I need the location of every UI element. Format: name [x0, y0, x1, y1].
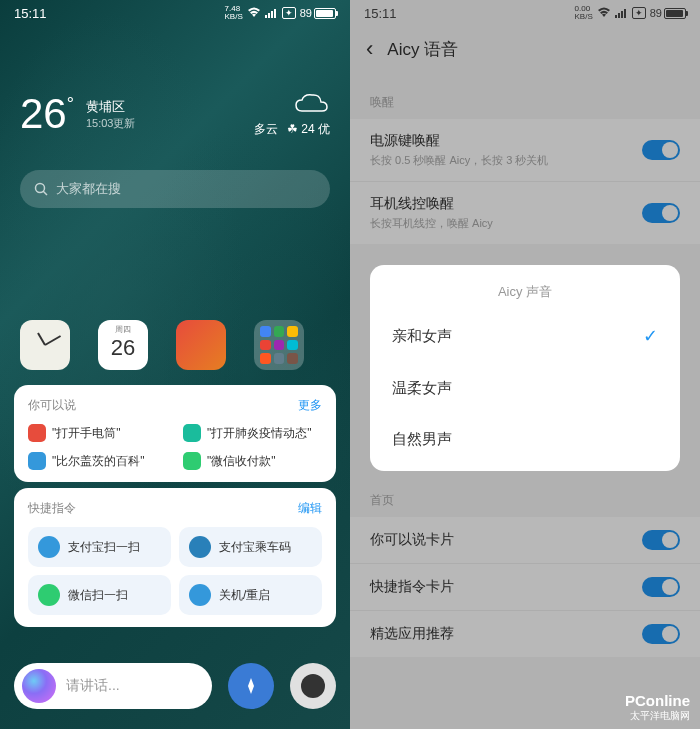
signal-icon: [265, 7, 278, 20]
check-icon: ✓: [643, 325, 658, 347]
svg-rect-8: [621, 11, 623, 18]
color-app-icon[interactable]: [176, 320, 226, 370]
shortcut-icon: [38, 536, 60, 558]
suggestion-icon: [28, 424, 46, 442]
shortcuts-card: 快捷指令 编辑 支付宝扫一扫支付宝乘车码微信扫一扫关机/重启: [14, 488, 336, 627]
battery-icon: [664, 8, 686, 19]
compass-icon: [240, 675, 262, 697]
phone-right: 15:11 0.00 KB/S ✦ 89 ‹ Aicy 语音 唤醒 电源: [350, 0, 700, 729]
suggestion-item[interactable]: "打开肺炎疫情动态": [183, 424, 322, 442]
voice-option-label: 温柔女声: [392, 379, 452, 398]
battery-indicator: 89: [650, 7, 686, 19]
temperature: 26°: [20, 90, 74, 138]
shortcuts-title: 快捷指令: [28, 500, 76, 517]
shortcut-icon: [189, 536, 211, 558]
wifi-icon: [597, 7, 611, 20]
status-right: 7.48 KB/S ✦ 89: [225, 5, 336, 21]
svg-rect-2: [271, 11, 273, 18]
shortcut-text: 微信扫一扫: [68, 587, 128, 604]
suggestion-text: "比尔盖茨的百科": [52, 453, 145, 470]
svg-point-4: [36, 184, 45, 193]
voice-placeholder: 请讲话...: [66, 677, 120, 695]
clock-app-icon[interactable]: [20, 320, 70, 370]
modal-title: Aicy 声音: [370, 283, 680, 301]
suggestion-text: "打开手电筒": [52, 425, 121, 442]
shortcut-item[interactable]: 关机/重启: [179, 575, 322, 615]
voice-selection-modal: Aicy 声音 亲和女声✓温柔女声自然男声: [370, 265, 680, 471]
shortcut-text: 关机/重启: [219, 587, 270, 604]
svg-rect-3: [274, 9, 276, 18]
svg-rect-0: [265, 15, 267, 18]
apps-row: 周四 26: [20, 320, 330, 370]
status-bar-right: 15:11 0.00 KB/S ✦ 89: [350, 0, 700, 26]
calendar-weekday: 周四: [115, 324, 131, 335]
svg-rect-6: [615, 15, 617, 18]
bottom-bar: 请讲话...: [14, 663, 336, 709]
weather-condition: 多云: [254, 122, 278, 136]
calendar-app-icon[interactable]: 周四 26: [98, 320, 148, 370]
shortcut-item[interactable]: 支付宝乘车码: [179, 527, 322, 567]
suggestion-icon: [183, 452, 201, 470]
suggestion-item[interactable]: "打开手电筒": [28, 424, 167, 442]
watermark-sub: 太平洋电脑网: [625, 709, 690, 723]
voice-option[interactable]: 温柔女声: [370, 363, 680, 414]
battery-percent: 89: [650, 7, 662, 19]
shortcut-text: 支付宝扫一扫: [68, 539, 140, 556]
svg-rect-1: [268, 13, 270, 18]
battery-icon: [314, 8, 336, 19]
signal-icon: [615, 7, 628, 20]
svg-rect-7: [618, 13, 620, 18]
shortcut-item[interactable]: 支付宝扫一扫: [28, 527, 171, 567]
voice-input-pill[interactable]: 请讲话...: [14, 663, 212, 709]
search-placeholder: 大家都在搜: [56, 180, 121, 198]
voice-option-label: 自然男声: [392, 430, 452, 449]
network-speed: 0.00 KB/S: [575, 5, 593, 21]
shortcuts-edit-link[interactable]: 编辑: [298, 500, 322, 517]
battery-percent: 89: [300, 7, 312, 19]
aicy-orb-icon: [22, 669, 56, 703]
shortcut-icon: [189, 584, 211, 606]
svg-rect-9: [624, 9, 626, 18]
suggestion-text: "微信收付款": [207, 453, 276, 470]
weather-widget[interactable]: 26° 黄埔区 15:03更新 多云 ☘ 24 优: [20, 90, 330, 138]
suggestion-text: "打开肺炎疫情动态": [207, 425, 312, 442]
camera-button[interactable]: [290, 663, 336, 709]
suggestion-item[interactable]: "微信收付款": [183, 452, 322, 470]
folder-icon[interactable]: [254, 320, 304, 370]
battery-indicator: 89: [300, 7, 336, 19]
suggestion-icon: [28, 452, 46, 470]
suggestions-more-link[interactable]: 更多: [298, 397, 322, 414]
suggestion-icon: [183, 424, 201, 442]
hd-icon: ✦: [282, 7, 296, 19]
suggestions-card: 你可以说 更多 "打开手电筒""打开肺炎疫情动态""比尔盖茨的百科""微信收付款…: [14, 385, 336, 482]
shortcut-icon: [38, 584, 60, 606]
watermark-main: PConline: [625, 692, 690, 709]
watermark: PConline 太平洋电脑网: [625, 692, 690, 723]
svg-line-5: [44, 192, 48, 196]
suggestion-item[interactable]: "比尔盖茨的百科": [28, 452, 167, 470]
search-bar[interactable]: 大家都在搜: [20, 170, 330, 208]
network-speed: 7.48 KB/S: [225, 5, 243, 21]
compass-button[interactable]: [228, 663, 274, 709]
weather-aqi: ☘ 24 优: [287, 122, 330, 136]
suggestions-title: 你可以说: [28, 397, 76, 414]
wifi-icon: [247, 7, 261, 20]
shortcut-text: 支付宝乘车码: [219, 539, 291, 556]
status-time: 15:11: [14, 6, 47, 21]
search-icon: [34, 182, 48, 196]
voice-option[interactable]: 亲和女声✓: [370, 309, 680, 363]
status-right: 0.00 KB/S ✦ 89: [575, 5, 686, 21]
status-bar-left: 15:11 7.48 KB/S ✦ 89: [0, 0, 350, 26]
weather-updated: 15:03更新: [86, 116, 136, 131]
voice-option-label: 亲和女声: [392, 327, 452, 346]
weather-location: 黄埔区: [86, 98, 136, 116]
voice-option[interactable]: 自然男声: [370, 414, 680, 465]
shortcut-item[interactable]: 微信扫一扫: [28, 575, 171, 615]
cloud-icon: [292, 91, 330, 117]
hd-icon: ✦: [632, 7, 646, 19]
phone-left: 15:11 7.48 KB/S ✦ 89 26° 黄埔区: [0, 0, 350, 729]
status-time: 15:11: [364, 6, 397, 21]
calendar-date: 26: [111, 335, 135, 361]
